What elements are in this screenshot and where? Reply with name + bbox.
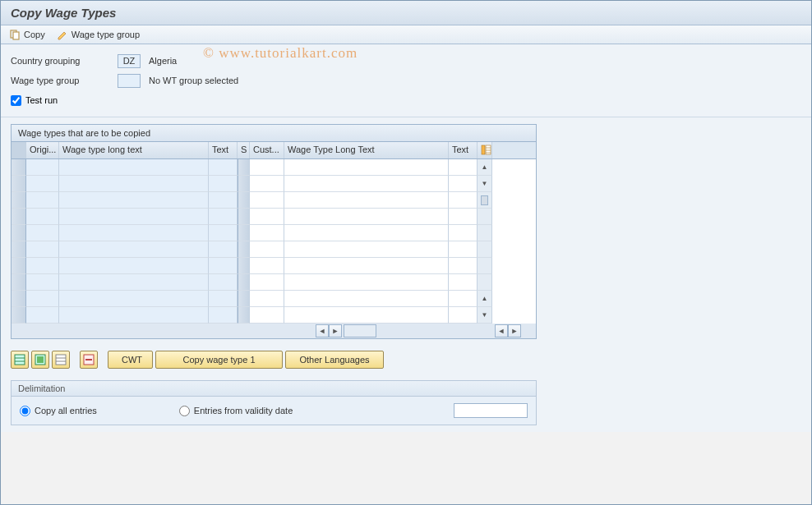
grid-config-button[interactable] [478, 142, 492, 158]
cell-origi[interactable] [26, 274, 59, 291]
cell-wage-type-long-text-2[interactable] [284, 209, 449, 225]
cell-text-1[interactable] [209, 159, 238, 176]
cell-text-2[interactable] [449, 291, 478, 307]
col-text-1[interactable]: Text [209, 142, 238, 158]
table-row[interactable] [12, 241, 536, 258]
cell-text-1[interactable] [209, 307, 238, 324]
cell-s[interactable] [238, 225, 250, 241]
cell-origi[interactable] [26, 307, 59, 324]
cell-s[interactable] [238, 258, 250, 274]
cell-s[interactable] [238, 307, 250, 324]
cell-wage-type-long-text-2[interactable] [284, 307, 449, 324]
country-grouping-input[interactable] [118, 54, 141, 68]
cell-s[interactable] [238, 274, 250, 291]
cell-origi[interactable] [26, 192, 59, 209]
cell-wage-type-long-text-2[interactable] [284, 274, 449, 291]
copy-all-entries-radio-label[interactable]: Copy all entries [20, 406, 97, 416]
table-row[interactable]: ▲ [12, 291, 536, 307]
table-row[interactable] [12, 209, 536, 225]
cell-wage-type-long-text-2[interactable] [284, 291, 449, 307]
icon-button-3[interactable] [52, 351, 70, 369]
cell-text-2[interactable] [449, 159, 478, 176]
cell-s[interactable] [238, 291, 250, 307]
row-selector[interactable] [12, 209, 26, 225]
table-row[interactable] [12, 225, 536, 241]
cell-cust[interactable] [250, 159, 284, 176]
cell-text-1[interactable] [209, 225, 238, 241]
cell-text-1[interactable] [209, 176, 238, 192]
cell-text-1[interactable] [209, 209, 238, 225]
col-origi[interactable]: Origi... [26, 142, 59, 158]
cell-text-1[interactable] [209, 258, 238, 274]
vscroll-cell[interactable] [478, 241, 492, 258]
row-selector[interactable] [12, 274, 26, 291]
table-row[interactable] [12, 192, 536, 209]
cell-text-2[interactable] [449, 176, 478, 192]
vscroll-cell[interactable]: ▼ [478, 176, 492, 192]
icon-button-4[interactable] [80, 351, 98, 369]
cell-wage-type-long-text-1[interactable] [59, 274, 209, 291]
vscroll-cell[interactable] [478, 209, 492, 225]
vscroll-cell[interactable] [478, 274, 492, 291]
cell-wage-type-long-text-1[interactable] [59, 258, 209, 274]
cell-cust[interactable] [250, 307, 284, 324]
col-text-2[interactable]: Text [449, 142, 478, 158]
other-languages-button[interactable]: Other Languages [285, 351, 384, 369]
cell-text-2[interactable] [449, 307, 478, 324]
vscroll-cell[interactable]: ▲ [478, 159, 492, 176]
row-selector[interactable] [12, 176, 26, 192]
entries-from-radio-label[interactable]: Entries from validity date [179, 406, 293, 416]
cell-origi[interactable] [26, 225, 59, 241]
cell-text-2[interactable] [449, 192, 478, 209]
cell-wage-type-long-text-2[interactable] [284, 159, 449, 176]
vscroll-cell[interactable]: ▲ [478, 291, 492, 307]
row-selector[interactable] [12, 192, 26, 209]
cell-wage-type-long-text-1[interactable] [59, 209, 209, 225]
cell-cust[interactable] [250, 258, 284, 274]
cell-origi[interactable] [26, 159, 59, 176]
cell-text-2[interactable] [449, 225, 478, 241]
scroll-left-button-2[interactable]: ◄ [495, 324, 508, 337]
wage-type-group-button[interactable]: Wage type group [57, 29, 140, 40]
cell-wage-type-long-text-1[interactable] [59, 225, 209, 241]
cell-cust[interactable] [250, 241, 284, 258]
scroll-right-button-2[interactable]: ► [508, 324, 521, 337]
cell-text-2[interactable] [449, 258, 478, 274]
table-row[interactable]: ▼ [12, 307, 536, 324]
icon-button-2[interactable] [31, 351, 49, 369]
entries-from-radio[interactable] [179, 406, 190, 416]
copy-button[interactable]: Copy [9, 29, 45, 40]
cell-origi[interactable] [26, 209, 59, 225]
copy-wage-type-1-button[interactable]: Copy wage type 1 [155, 351, 283, 369]
row-selector[interactable] [12, 241, 26, 258]
cell-origi[interactable] [26, 241, 59, 258]
col-wage-type-long-text-1[interactable]: Wage type long text [59, 142, 209, 158]
cell-text-1[interactable] [209, 274, 238, 291]
row-selector[interactable] [12, 159, 26, 176]
scroll-left-button[interactable]: ◄ [316, 324, 329, 337]
wage-type-group-input[interactable] [118, 74, 141, 88]
copy-all-entries-radio[interactable] [20, 406, 30, 416]
cell-text-2[interactable] [449, 209, 478, 225]
cell-s[interactable] [238, 209, 250, 225]
cell-wage-type-long-text-1[interactable] [59, 291, 209, 307]
row-selector[interactable] [12, 291, 26, 307]
cell-cust[interactable] [250, 192, 284, 209]
scroll-right-button[interactable]: ► [329, 324, 342, 337]
row-selector[interactable] [12, 307, 26, 324]
cell-cust[interactable] [250, 274, 284, 291]
hscroll-track-1[interactable] [344, 324, 376, 337]
cell-s[interactable] [238, 192, 250, 209]
cell-wage-type-long-text-2[interactable] [284, 225, 449, 241]
cell-cust[interactable] [250, 176, 284, 192]
row-selector[interactable] [12, 258, 26, 274]
test-run-checkbox[interactable] [11, 95, 21, 106]
cell-origi[interactable] [26, 258, 59, 274]
cell-wage-type-long-text-1[interactable] [59, 192, 209, 209]
cell-text-1[interactable] [209, 192, 238, 209]
vscroll-cell[interactable]: ▼ [478, 307, 492, 324]
cell-wage-type-long-text-1[interactable] [59, 241, 209, 258]
cwt-button[interactable]: CWT [108, 351, 153, 369]
cell-s[interactable] [238, 241, 250, 258]
cell-wage-type-long-text-2[interactable] [284, 192, 449, 209]
